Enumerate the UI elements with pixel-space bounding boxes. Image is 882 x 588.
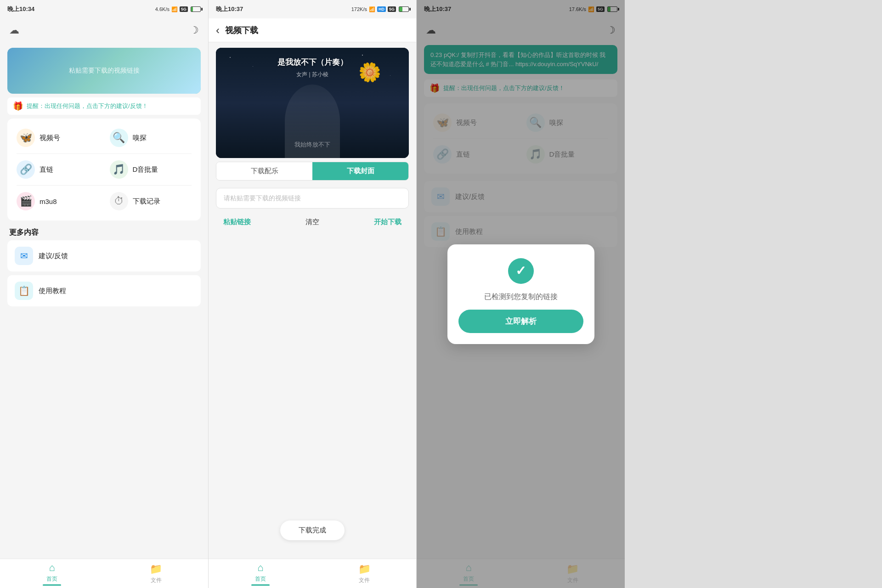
battery-fill-2 [399, 7, 402, 11]
status-time-2: 晚上10:37 [216, 5, 243, 13]
notice-icon-1: 🎁 [13, 101, 23, 111]
grid-item-video号[interactable]: 🦋 视频号 [11, 122, 104, 153]
tab-files-icon-2: 📁 [358, 563, 371, 575]
grid-item-下载记录[interactable]: ⏱ 下载记录 [104, 186, 198, 217]
cloud-icon-1[interactable]: ☁ [9, 24, 19, 36]
video-subtitle-overlay-2: 女声 | 苏小棱 [216, 71, 409, 79]
tab-home-icon-2: ⌂ [257, 562, 263, 574]
video-inner-2: 🌼 是我放不下（片奏） 女声 | 苏小棱 我始终放不下 [216, 48, 409, 158]
grid-section-1: 🦋 视频号 🔍 嗅探 🔗 直链 [7, 119, 201, 220]
grid-item-直链[interactable]: 🔗 直链 [11, 154, 104, 185]
clear-btn-2[interactable]: 清空 [305, 218, 319, 226]
status-icons-2: 172K/s 📶 HD 5G [351, 6, 409, 12]
more-icon-feedback: ✉ [15, 247, 33, 265]
grid-icon-video号: 🦋 [17, 129, 35, 147]
video-preview-2: 🌼 是我放不下（片奏） 女声 | 苏小棱 我始终放不下 [216, 48, 409, 158]
url-input-wrap-2[interactable]: 请粘贴需要下载的视频链接 [216, 188, 409, 209]
download-complete-btn-2[interactable]: 下载完成 [280, 520, 345, 540]
tab-home-icon-1: ⌂ [49, 562, 55, 574]
grid-label-直链: 直链 [40, 165, 53, 174]
battery-icon-1 [191, 6, 201, 12]
moon-icon-1[interactable]: ☽ [190, 24, 199, 36]
speed-label-2: 172K/s [351, 6, 367, 12]
page-title-2: 视频下载 [225, 25, 258, 36]
tab-files-2[interactable]: 📁 文件 [312, 559, 416, 588]
panel3-right-dim [625, 0, 882, 588]
grid-row-2: 🔗 直链 🎵 D音批量 [11, 154, 197, 185]
more-section-1: 更多内容 ✉ 建议/反馈 📋 使用教程 [7, 224, 201, 306]
notice-bar-1: 🎁 提醒：出现任何问题，点击下方的建议/反馈！ [7, 97, 201, 115]
status-bar-2: 晚上10:37 172K/s 📶 HD 5G [209, 0, 416, 18]
video-watermark-2: 我始终放不下 [216, 141, 409, 149]
tab-cover-2[interactable]: 下载封面 [312, 162, 408, 180]
status-bar-1: 晚上10:34 4.6K/s 📶 5G [0, 0, 208, 18]
grid-label-video号: 视频号 [40, 134, 60, 142]
action-row-2: 粘贴链接 清空 开始下载 [209, 212, 416, 232]
tab-home-label-1: 首页 [46, 575, 57, 583]
grid-row-3: 🎬 m3u8 ⏱ 下载记录 [11, 186, 197, 217]
more-item-tutorial[interactable]: 📋 使用教程 [7, 275, 201, 306]
content-1: 粘贴需要下载的视频链接 🎁 提醒：出现任何问题，点击下方的建议/反馈！ 🦋 视频… [0, 42, 208, 559]
start-download-btn-2[interactable]: 开始下载 [374, 218, 401, 226]
tab-files-label-1: 文件 [151, 577, 162, 584]
top-nav-2: ‹ 视频下载 [209, 18, 416, 42]
status-icons-1: 4.6K/s 📶 5G [155, 6, 201, 12]
more-label-tutorial: 使用教程 [39, 287, 66, 295]
video-title-overlay-2: 是我放不下（片奏） [216, 57, 409, 68]
app-bar-1: ☁ ☽ [0, 18, 208, 42]
tab-home-2[interactable]: ⌂ 首页 [209, 559, 312, 588]
banner-text-1: 粘贴需要下载的视频链接 [60, 67, 149, 75]
tab-bar-2: ⌂ 首页 📁 文件 [209, 559, 416, 588]
spacer-2 [209, 232, 416, 511]
back-button-2[interactable]: ‹ [216, 24, 220, 37]
panel1: 晚上10:34 4.6K/s 📶 5G ☁ ☽ 粘贴需要下载的视频链接 🎁 提醒… [0, 0, 208, 588]
grid-item-D音批量[interactable]: 🎵 D音批量 [104, 154, 198, 185]
tab-bar-1: ⌂ 首页 📁 文件 [0, 559, 208, 588]
battery-fill-1 [191, 7, 193, 11]
more-title-1: 更多内容 [7, 224, 201, 240]
grid-icon-嗅探: 🔍 [110, 129, 128, 147]
grid-label-下载记录: 下载记录 [133, 197, 160, 206]
grid-icon-下载记录: ⏱ [110, 192, 128, 210]
tab-indicator-1 [43, 584, 61, 586]
grid-label-m3u8: m3u8 [40, 198, 57, 205]
tab-home-label-2: 首页 [255, 575, 266, 583]
more-item-feedback[interactable]: ✉ 建议/反馈 [7, 240, 201, 271]
more-icon-tutorial: 📋 [15, 282, 33, 300]
tab-home-1[interactable]: ⌂ 首页 [0, 559, 104, 588]
tab-files-1[interactable]: 📁 文件 [104, 559, 209, 588]
modal-action-btn-3[interactable]: 立即解析 [458, 310, 583, 333]
tab-files-icon-1: 📁 [150, 563, 162, 575]
grid-icon-直链: 🔗 [17, 160, 35, 179]
tab-indicator-2 [251, 584, 270, 586]
panel3: 晚上10:37 17.6K/s 📶 5G ☁ ☽ 0.23 pQK:/ 复制打开… [416, 0, 882, 588]
modal-box-3: ✓ 已检测到您复制的链接 立即解析 [447, 244, 594, 344]
5g-badge-1: 5G [180, 6, 188, 12]
speed-label-1: 4.6K/s [155, 6, 170, 12]
notice-text-1: 提醒：出现任何问题，点击下方的建议/反馈！ [27, 102, 195, 110]
grid-row-1: 🦋 视频号 🔍 嗅探 [11, 122, 197, 153]
modal-check-icon-3: ✓ [508, 258, 534, 284]
tab-music-2[interactable]: 下载配乐 [216, 162, 312, 180]
panel2: 晚上10:37 172K/s 📶 HD 5G ‹ 视频下载 🌼 是我放不下（片奏… [208, 0, 416, 588]
grid-label-嗅探: 嗅探 [133, 134, 147, 142]
url-input-placeholder-2: 请粘贴需要下载的视频链接 [224, 194, 301, 202]
panel3-inner: 晚上10:37 17.6K/s 📶 5G ☁ ☽ 0.23 pQK:/ 复制打开… [417, 0, 625, 588]
grid-icon-D音批量: 🎵 [110, 160, 128, 179]
wifi-icon-2: 📶 [369, 6, 375, 12]
grid-item-m3u8[interactable]: 🎬 m3u8 [11, 186, 104, 217]
grid-label-D音批量: D音批量 [133, 165, 158, 174]
hd-badge-2: HD [377, 6, 386, 12]
hero-banner-1: 粘贴需要下载的视频链接 [7, 48, 201, 94]
tab-switcher-2: 下载配乐 下载封面 [216, 162, 409, 181]
more-label-feedback: 建议/反馈 [39, 252, 68, 260]
paste-link-btn-2[interactable]: 粘贴链接 [223, 218, 251, 226]
tab-files-label-2: 文件 [359, 577, 370, 584]
modal-overlay-3: ✓ 已检测到您复制的链接 立即解析 [417, 0, 625, 588]
grid-item-嗅探[interactable]: 🔍 嗅探 [104, 122, 198, 153]
wifi-icon-1: 📶 [171, 6, 178, 12]
status-time-1: 晚上10:34 [7, 5, 34, 13]
grid-icon-m3u8: 🎬 [17, 192, 35, 210]
5g-badge-2: 5G [388, 6, 396, 12]
modal-message-3: 已检测到您复制的链接 [484, 291, 558, 302]
